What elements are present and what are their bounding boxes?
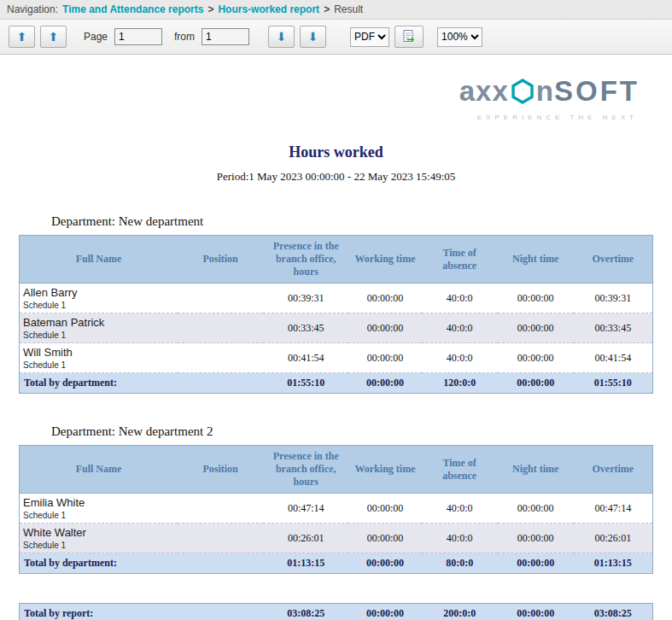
table-row: Will SmithSchedule 100:41:5400:00:0040:0… xyxy=(20,343,653,373)
next-page-button[interactable]: ⬇ xyxy=(268,26,295,48)
cell-position xyxy=(178,553,263,574)
table-row: Allen BarrySchedule 100:39:3100:00:0040:… xyxy=(20,284,653,313)
cell-absence: 120:0:0 xyxy=(422,373,498,394)
cell-presence: 01:55:10 xyxy=(263,373,348,394)
export-button[interactable] xyxy=(394,26,424,48)
export-document-icon xyxy=(401,29,417,44)
column-header: Full Name xyxy=(20,446,178,494)
cell-absence: 200:0:0 xyxy=(422,604,498,620)
cell-overtime: 00:41:54 xyxy=(574,343,653,373)
first-page-button[interactable]: ⬆ xyxy=(9,26,35,48)
report-viewport: axx n SOFT EXPERIENCE THE NEXT Hours wor… xyxy=(0,55,672,620)
cell-absence: 80:0:0 xyxy=(422,553,498,574)
table-row: Bateman PatrickSchedule 100:33:4500:00:0… xyxy=(20,313,653,343)
export-format-select[interactable]: PDF xyxy=(350,27,389,47)
breadcrumb-link-hours-worked[interactable]: Hours-worked report xyxy=(218,3,319,15)
cell-presence: 01:13:15 xyxy=(263,553,348,574)
report-total-row: Total by report:03:08:2500:00:00200:0:00… xyxy=(20,604,653,620)
page-label: Page xyxy=(84,31,108,43)
cell-overtime: 03:08:25 xyxy=(574,604,653,620)
table-row: Emilia WhiteSchedule 100:47:1400:00:0040… xyxy=(20,494,653,523)
column-header: Overtime xyxy=(574,236,653,284)
report-title: Hours worked xyxy=(0,143,672,161)
cell-presence: 03:08:25 xyxy=(263,604,348,620)
hours-worked-table: Full NamePositionPresence in the branch … xyxy=(19,235,653,394)
employee-cell: Bateman PatrickSchedule 1 xyxy=(20,313,178,343)
cell-working: 00:00:00 xyxy=(348,313,421,343)
breadcrumb-label: Navigation: xyxy=(7,3,58,15)
page-number-input[interactable] xyxy=(114,28,162,45)
cell-position xyxy=(178,343,263,373)
cell-overtime: 00:47:14 xyxy=(574,494,653,523)
employee-name: Allen Barry xyxy=(23,286,174,299)
employee-cell: White WalterSchedule 1 xyxy=(20,523,178,553)
cell-absence: 40:0:0 xyxy=(422,313,498,343)
column-header: Presence in the branch office, hours xyxy=(263,236,348,284)
column-header: Time of absence xyxy=(422,236,498,284)
hours-worked-table: Full NamePositionPresence in the branch … xyxy=(19,445,653,574)
arrow-up-icon: ⬆ xyxy=(17,31,27,43)
employee-cell: Emilia WhiteSchedule 1 xyxy=(20,494,178,523)
cell-night: 00:00:00 xyxy=(498,523,574,553)
department-total-row: Total by department:01:55:1000:00:00120:… xyxy=(20,373,653,394)
table-header-row: Full NamePositionPresence in the branch … xyxy=(20,236,653,284)
cell-presence: 00:39:31 xyxy=(263,284,348,313)
cell-night: 00:00:00 xyxy=(498,373,574,394)
employee-schedule: Schedule 1 xyxy=(23,511,174,520)
employee-schedule: Schedule 1 xyxy=(23,541,174,550)
cell-working: 00:00:00 xyxy=(348,523,421,553)
cell-position xyxy=(178,604,263,620)
department-section: Department: New departmentFull NamePosit… xyxy=(0,214,672,394)
column-header: Working time xyxy=(348,236,421,284)
arrow-up-icon: ⬆ xyxy=(49,31,59,43)
total-label: Total by department: xyxy=(20,553,178,574)
cell-night: 00:00:00 xyxy=(498,313,574,343)
logo-text-axx: axx xyxy=(459,77,509,105)
page-total-input[interactable] xyxy=(202,28,249,45)
breadcrumb-separator: > xyxy=(207,3,213,15)
cell-absence: 40:0:0 xyxy=(422,494,498,523)
cell-overtime: 01:55:10 xyxy=(574,373,653,394)
report-total-table: Total by report:03:08:2500:00:00200:0:00… xyxy=(19,603,653,620)
logo-tagline: EXPERIENCE THE NEXT xyxy=(477,114,638,121)
arrow-down-icon: ⬇ xyxy=(308,31,318,43)
employee-schedule: Schedule 1 xyxy=(23,360,174,370)
from-label: from xyxy=(174,31,195,43)
department-section: Department: New department 2Full NamePos… xyxy=(0,424,672,574)
report-period: Period:1 May 2023 00:00:00 - 22 May 2023… xyxy=(0,170,672,184)
cell-absence: 40:0:0 xyxy=(422,343,498,373)
previous-page-button[interactable]: ⬆ xyxy=(40,26,67,48)
department-heading: Department: New department xyxy=(51,214,672,229)
report-tables: Department: New departmentFull NamePosit… xyxy=(0,214,672,620)
cell-overtime: 00:33:45 xyxy=(574,313,653,343)
last-page-button[interactable]: ⬇ xyxy=(300,26,326,48)
employee-name: Bateman Patrick xyxy=(23,316,174,329)
breadcrumb-link-reports[interactable]: Time and Attendance reports xyxy=(62,3,203,15)
employee-schedule: Schedule 1 xyxy=(23,330,174,340)
department-heading: Department: New department 2 xyxy=(51,424,672,439)
column-header: Time of absence xyxy=(422,446,498,494)
employee-name: White Walter xyxy=(23,526,174,539)
table-header-row: Full NamePositionPresence in the branch … xyxy=(20,446,653,494)
department-total-row: Total by department:01:13:1500:00:0080:0… xyxy=(20,553,653,574)
cell-position xyxy=(178,494,263,523)
arrow-down-icon: ⬇ xyxy=(277,31,287,43)
breadcrumb: Navigation: Time and Attendance reports … xyxy=(0,0,672,20)
cell-night: 00:00:00 xyxy=(498,284,574,313)
employee-name: Will Smith xyxy=(23,346,174,359)
hexagon-icon xyxy=(510,78,535,105)
total-label: Total by report: xyxy=(20,604,178,620)
logo-text-n: n xyxy=(536,77,554,105)
cell-position xyxy=(178,373,263,394)
cell-night: 00:00:00 xyxy=(498,494,574,523)
cell-presence: 00:26:01 xyxy=(263,523,348,553)
cell-working: 00:00:00 xyxy=(348,604,421,620)
cell-night: 00:00:00 xyxy=(498,553,574,574)
zoom-select[interactable]: 100% xyxy=(437,27,482,47)
employee-cell: Will SmithSchedule 1 xyxy=(20,343,178,373)
total-label: Total by department: xyxy=(20,373,178,394)
cell-position xyxy=(178,313,263,343)
column-header: Position xyxy=(178,446,263,494)
logo-text-soft: SOFT xyxy=(554,77,640,105)
table-row: White WalterSchedule 100:26:0100:00:0040… xyxy=(20,523,653,553)
